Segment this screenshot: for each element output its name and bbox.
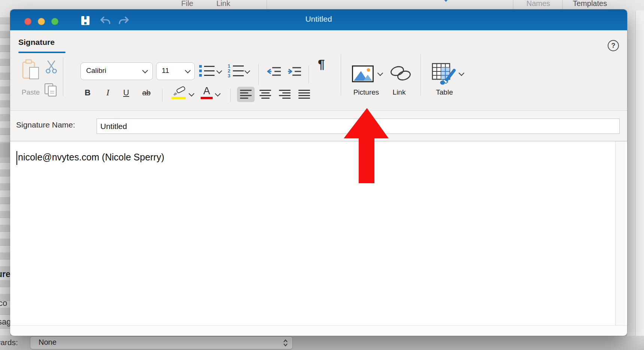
table-icon[interactable] <box>432 63 456 85</box>
chevron-down-icon[interactable] <box>459 70 465 76</box>
divider <box>63 57 63 96</box>
italic-button[interactable]: I <box>103 88 112 98</box>
decrease-indent-button[interactable] <box>267 66 281 77</box>
strikethrough-button[interactable]: ab <box>139 89 154 97</box>
align-left-icon <box>240 90 252 99</box>
show-paragraph-marks-button[interactable]: ¶ <box>318 57 325 71</box>
chevron-down-icon <box>185 68 191 74</box>
signature-editor[interactable]: nicole@nvytes.com (Nicole Sperry) <box>10 141 627 325</box>
background-label-fragment: ure <box>0 269 10 279</box>
chevron-down-icon[interactable] <box>216 68 222 74</box>
background-tab-link[interactable]: Link <box>216 0 230 8</box>
divider <box>420 54 421 95</box>
font-size-value: 11 <box>162 67 169 75</box>
screen: File Link Names Templates ure co sag war… <box>0 0 644 350</box>
background-label-fragment: sag <box>0 317 10 327</box>
background-selected-row <box>0 143 10 157</box>
divider <box>162 89 162 102</box>
align-justify-icon <box>298 90 310 99</box>
align-right-icon <box>279 90 291 99</box>
align-left-button[interactable] <box>237 87 255 102</box>
titlebar[interactable]: Untitled <box>10 9 627 30</box>
background-tab-names[interactable]: Names <box>526 0 550 8</box>
tab-signature[interactable]: Signature <box>18 38 55 47</box>
select-value: None <box>39 338 57 347</box>
bold-button[interactable]: B <box>82 88 93 98</box>
chevron-down-icon[interactable] <box>215 91 221 97</box>
font-name-select[interactable]: Calibri <box>80 62 153 80</box>
paste-icon[interactable] <box>22 59 40 80</box>
scrollbar[interactable] <box>615 141 625 325</box>
highlight-color-swatch <box>171 97 186 99</box>
background-bottom-bar: wards: None <box>0 336 644 350</box>
link-button[interactable]: Link <box>380 88 418 96</box>
background-tab-templates[interactable]: Templates <box>573 0 607 8</box>
increase-indent-button[interactable] <box>287 66 301 77</box>
underline-button[interactable]: U <box>121 88 131 98</box>
window-title: Untitled <box>10 15 627 24</box>
background-right-edge <box>627 10 644 350</box>
pictures-button[interactable]: Pictures <box>347 88 385 96</box>
text-highlight-icon[interactable] <box>172 86 186 97</box>
replies-forwards-select[interactable]: None <box>30 336 293 349</box>
background-tab-file[interactable]: File <box>181 0 193 8</box>
bullet-list-icon[interactable] <box>199 64 215 77</box>
dialog-footer <box>10 325 627 336</box>
align-right-button[interactable] <box>276 87 294 102</box>
select-arrows-icon <box>283 339 288 347</box>
background-list: ure co sag <box>0 10 10 350</box>
copy-icon[interactable] <box>44 83 58 97</box>
chevron-down-icon[interactable] <box>377 70 383 76</box>
align-justify-button[interactable] <box>295 87 313 102</box>
align-center-button[interactable] <box>256 87 274 102</box>
divider <box>267 0 267 10</box>
help-button[interactable]: ? <box>608 40 619 51</box>
divider <box>258 64 259 85</box>
divider <box>309 65 309 83</box>
table-button[interactable]: Table <box>426 88 463 96</box>
numbering-digit: 3 <box>228 73 230 78</box>
tab-active-underline <box>18 52 66 53</box>
numbered-list-icon[interactable]: 1 2 3 <box>228 64 244 78</box>
signature-name-label: Signature Name: <box>16 120 75 129</box>
replies-forwards-label: wards: <box>0 338 18 347</box>
divider <box>513 0 513 10</box>
chevron-down-icon <box>142 68 148 74</box>
chevron-down-icon[interactable] <box>244 68 250 74</box>
divider <box>562 0 563 10</box>
paste-button[interactable]: Paste <box>18 88 43 96</box>
signature-editor-window: Untitled Signature ? Paste Calibri <box>10 9 627 336</box>
chevron-down-icon <box>443 0 449 2</box>
background-label-fragment: co <box>0 298 7 308</box>
red-arrow-annotation <box>337 105 397 187</box>
chevron-down-icon[interactable] <box>189 91 195 97</box>
link-icon[interactable] <box>388 65 413 82</box>
font-size-select[interactable]: 11 <box>156 62 195 80</box>
align-center-icon <box>259 90 271 99</box>
divider <box>341 54 341 95</box>
signature-name-row: Signature Name: <box>10 110 627 141</box>
signature-text: nicole@nvytes.com (Nicole Sperry) <box>18 152 164 163</box>
font-name-value: Calibri <box>86 67 106 75</box>
text-cursor <box>16 151 17 165</box>
cut-icon[interactable] <box>45 60 58 74</box>
font-color-swatch <box>201 97 213 99</box>
divider <box>230 89 231 102</box>
pictures-icon[interactable] <box>352 65 374 82</box>
font-color-button[interactable]: A <box>201 85 213 97</box>
